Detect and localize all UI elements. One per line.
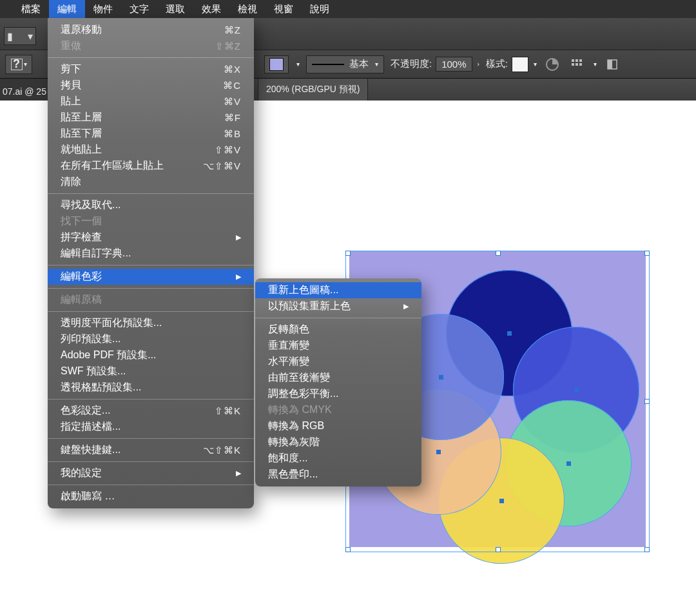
- svg-rect-2: [575, 59, 578, 62]
- stroke-style-label: 基本: [349, 58, 369, 70]
- menu-item-label: 貼上: [61, 95, 81, 108]
- menu-item-shortcut: ⌘V: [205, 96, 241, 108]
- menu-item-label: 轉換為 CMYK: [268, 403, 332, 417]
- transform-icon[interactable]: [603, 55, 621, 73]
- menu-item-label: 調整色彩平衡...: [268, 387, 338, 401]
- edit-menu-dropdown: 還原移動⌘Z重做⇧⌘Z剪下⌘X拷貝⌘C貼上⌘V貼至上層⌘F貼至下層⌘B就地貼上⇧…: [48, 18, 254, 508]
- edit-menu-item[interactable]: 啟動聽寫 …: [48, 488, 254, 505]
- edit-menu-item[interactable]: 透明度平面化預設集...: [48, 315, 254, 331]
- edit-menu-item[interactable]: 我的設定▶: [48, 465, 254, 481]
- selection-handle[interactable]: [496, 251, 501, 256]
- edit-menu-item[interactable]: Adobe PDF 預設集...: [48, 347, 254, 363]
- menu-file[interactable]: 檔案: [13, 0, 49, 18]
- color-submenu-item[interactable]: 垂直漸變: [255, 338, 421, 354]
- edit-menu-item[interactable]: 編輯色彩▶: [48, 269, 254, 285]
- edit-menu-item[interactable]: 拼字檢查▶: [48, 229, 254, 245]
- menu-item-label: 以預設集重新上色: [268, 300, 351, 313]
- edit-menu-item[interactable]: 編輯自訂字典...: [48, 245, 254, 262]
- menu-select[interactable]: 選取: [157, 0, 193, 18]
- color-submenu-item[interactable]: 調整色彩平衡...: [255, 386, 421, 402]
- edit-menu-item[interactable]: 還原移動⌘Z: [48, 22, 254, 38]
- selection-handle[interactable]: [644, 399, 650, 404]
- menu-item-label: 啟動聽寫 …: [61, 490, 115, 503]
- selection-handle[interactable]: [644, 547, 650, 552]
- submenu-arrow-icon: ▶: [236, 273, 241, 281]
- edit-menu-item[interactable]: 在所有工作區域上貼上⌥⇧⌘V: [48, 158, 254, 174]
- image-placeholder-dropdown[interactable]: ? ▾: [5, 55, 32, 74]
- edit-menu-item: 編輯原稿: [48, 292, 254, 308]
- edit-menu-item[interactable]: 剪下⌘X: [48, 61, 254, 77]
- edit-menu-item[interactable]: SWF 預設集...: [48, 363, 254, 380]
- style-swatch[interactable]: [512, 57, 528, 72]
- edit-menu-item[interactable]: 透視格點預設集...: [48, 380, 254, 396]
- menu-item-label: 拷貝: [61, 79, 81, 92]
- menu-object[interactable]: 物件: [85, 0, 121, 18]
- anchor-point[interactable]: [439, 375, 443, 380]
- edit-menu-item[interactable]: 貼上⌘V: [48, 93, 254, 110]
- menu-edit[interactable]: 編輯: [49, 0, 85, 18]
- menu-help[interactable]: 說明: [302, 0, 338, 18]
- menu-item-label: 拼字檢查: [61, 231, 102, 244]
- edit-menu-item[interactable]: 列印預設集...: [48, 331, 254, 347]
- anchor-point[interactable]: [499, 499, 504, 503]
- anchor-point[interactable]: [436, 450, 441, 454]
- align-icon: ▮: [7, 30, 13, 43]
- menu-item-shortcut: ⇧⌘K: [205, 405, 241, 417]
- color-submenu-item[interactable]: 轉換為 RGB: [255, 418, 421, 434]
- menu-item-label: 編輯色彩: [61, 270, 102, 284]
- anchor-point[interactable]: [574, 388, 579, 392]
- selection-handle[interactable]: [644, 251, 650, 256]
- menu-item-label: 透視格點預設集...: [61, 381, 141, 394]
- anchor-point[interactable]: [566, 461, 571, 466]
- submenu-arrow-icon: ▶: [236, 469, 241, 477]
- opacity-value[interactable]: 100%: [436, 57, 472, 72]
- workspace-dropdown[interactable]: ▮ ▾: [4, 27, 36, 45]
- edit-menu-item[interactable]: 貼至下層⌘B: [48, 126, 254, 142]
- edit-menu-item[interactable]: 就地貼上⇧⌘V: [48, 142, 254, 158]
- doc-tab-active[interactable]: 200% (RGB/GPU 預視): [258, 79, 368, 101]
- menu-item-label: 就地貼上: [61, 143, 102, 157]
- stroke-style-dropdown[interactable]: 基本 ▾: [306, 55, 384, 73]
- menu-item-label: 尋找及取代...: [61, 198, 121, 212]
- doc-tab-fragment[interactable]: 07.ai @ 25: [0, 79, 52, 101]
- menu-item-shortcut: ⌘B: [205, 128, 241, 140]
- menu-item-label: 水平漸變: [268, 355, 309, 369]
- align-icon[interactable]: [568, 55, 586, 73]
- color-submenu-item[interactable]: 以預設集重新上色▶: [255, 298, 421, 314]
- color-submenu-item[interactable]: 水平漸變: [255, 354, 421, 370]
- svg-rect-5: [575, 63, 578, 66]
- menu-item-label: 黑色疊印...: [268, 468, 318, 481]
- color-submenu-item[interactable]: 轉換為灰階: [255, 434, 421, 450]
- chevron-right-icon[interactable]: ›: [478, 61, 479, 68]
- edit-menu-item[interactable]: 拷貝⌘C: [48, 77, 254, 93]
- color-submenu-item[interactable]: 黑色疊印...: [255, 467, 421, 483]
- edit-menu-item[interactable]: 鍵盤快捷鍵...⌥⇧⌘K: [48, 442, 254, 458]
- edit-menu-item[interactable]: 尋找及取代...: [48, 197, 254, 213]
- menu-item-label: 重做: [61, 39, 81, 53]
- edit-menu-item[interactable]: 清除: [48, 174, 254, 190]
- color-submenu-item[interactable]: 飽和度...: [255, 450, 421, 467]
- menu-view[interactable]: 檢視: [229, 0, 266, 18]
- color-submenu-item[interactable]: 反轉顏色: [255, 322, 421, 338]
- menu-window[interactable]: 視窗: [266, 0, 302, 18]
- menu-item-label: 指定描述檔...: [61, 420, 121, 434]
- selection-handle[interactable]: [345, 547, 351, 552]
- menu-item-label: 垂直漸變: [268, 339, 309, 352]
- anchor-point[interactable]: [507, 331, 512, 336]
- svg-rect-8: [608, 60, 612, 69]
- color-submenu-item[interactable]: 重新上色圖稿...: [255, 282, 421, 298]
- edit-menu-item[interactable]: 色彩設定...⇧⌘K: [48, 403, 254, 419]
- menu-effect[interactable]: 效果: [193, 0, 229, 18]
- edit-menu-item[interactable]: 指定描述檔...: [48, 419, 254, 435]
- svg-rect-3: [579, 59, 582, 62]
- svg-rect-6: [579, 63, 582, 66]
- edit-menu-item[interactable]: 貼至上層⌘F: [48, 110, 254, 126]
- selection-handle[interactable]: [496, 547, 501, 552]
- stroke-preview-icon: [312, 64, 344, 65]
- selection-handle[interactable]: [345, 251, 351, 256]
- menu-type[interactable]: 文字: [121, 0, 157, 18]
- fill-swatch[interactable]: [264, 55, 289, 73]
- color-submenu-item[interactable]: 由前至後漸變: [255, 370, 421, 386]
- menu-item-label: 轉換為 RGB: [268, 419, 324, 433]
- recolor-icon[interactable]: [543, 55, 561, 73]
